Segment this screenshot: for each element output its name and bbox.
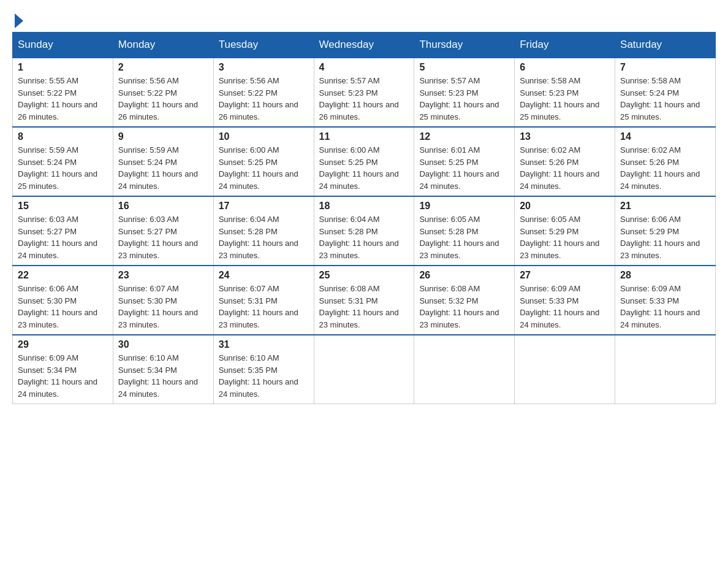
day-info: Sunrise: 5:56 AM Sunset: 5:22 PM Dayligh… [118, 75, 208, 123]
day-info: Sunrise: 6:04 AM Sunset: 5:28 PM Dayligh… [219, 213, 309, 261]
day-info: Sunrise: 6:04 AM Sunset: 5:28 PM Dayligh… [319, 213, 409, 261]
calendar-day-19: 19 Sunrise: 6:05 AM Sunset: 5:28 PM Dayl… [414, 196, 515, 266]
day-number: 13 [520, 131, 610, 142]
day-info: Sunrise: 5:58 AM Sunset: 5:24 PM Dayligh… [620, 75, 710, 123]
day-info: Sunrise: 6:10 AM Sunset: 5:35 PM Dayligh… [219, 352, 309, 400]
calendar-day-12: 12 Sunrise: 6:01 AM Sunset: 5:25 PM Dayl… [414, 127, 515, 196]
day-info: Sunrise: 6:09 AM Sunset: 5:34 PM Dayligh… [18, 352, 108, 400]
day-number: 16 [118, 201, 208, 212]
day-number: 30 [118, 339, 208, 350]
calendar-day-16: 16 Sunrise: 6:03 AM Sunset: 5:27 PM Dayl… [113, 196, 213, 266]
calendar-day-empty-4-6 [615, 335, 716, 404]
day-info: Sunrise: 6:00 AM Sunset: 5:25 PM Dayligh… [319, 144, 409, 192]
calendar-day-27: 27 Sunrise: 6:09 AM Sunset: 5:33 PM Dayl… [515, 266, 615, 335]
day-number: 2 [118, 62, 208, 73]
calendar-week-1: 1 Sunrise: 5:55 AM Sunset: 5:22 PM Dayli… [13, 58, 716, 127]
calendar-body: 1 Sunrise: 5:55 AM Sunset: 5:22 PM Dayli… [13, 58, 716, 404]
page-header [12, 12, 716, 26]
calendar-table: SundayMondayTuesdayWednesdayThursdayFrid… [12, 32, 716, 404]
day-info: Sunrise: 6:08 AM Sunset: 5:32 PM Dayligh… [419, 283, 509, 331]
weekday-header-tuesday: Tuesday [213, 33, 314, 58]
day-number: 31 [219, 339, 309, 350]
day-info: Sunrise: 6:07 AM Sunset: 5:30 PM Dayligh… [118, 283, 208, 331]
calendar-week-2: 8 Sunrise: 5:59 AM Sunset: 5:24 PM Dayli… [13, 127, 716, 196]
calendar-day-5: 5 Sunrise: 5:57 AM Sunset: 5:23 PM Dayli… [414, 58, 515, 127]
calendar-day-18: 18 Sunrise: 6:04 AM Sunset: 5:28 PM Dayl… [314, 196, 414, 266]
calendar-day-23: 23 Sunrise: 6:07 AM Sunset: 5:30 PM Dayl… [113, 266, 213, 335]
calendar-day-30: 30 Sunrise: 6:10 AM Sunset: 5:34 PM Dayl… [113, 335, 213, 404]
calendar-day-20: 20 Sunrise: 6:05 AM Sunset: 5:29 PM Dayl… [515, 196, 615, 266]
logo-arrow-icon [15, 13, 23, 28]
logo [12, 12, 23, 26]
weekday-header-monday: Monday [113, 33, 213, 58]
calendar-day-9: 9 Sunrise: 5:59 AM Sunset: 5:24 PM Dayli… [113, 127, 213, 196]
weekday-header-saturday: Saturday [615, 33, 716, 58]
day-info: Sunrise: 6:03 AM Sunset: 5:27 PM Dayligh… [18, 213, 108, 261]
day-info: Sunrise: 6:03 AM Sunset: 5:27 PM Dayligh… [118, 213, 208, 261]
day-info: Sunrise: 6:02 AM Sunset: 5:26 PM Dayligh… [620, 144, 710, 192]
day-info: Sunrise: 5:57 AM Sunset: 5:23 PM Dayligh… [319, 75, 409, 123]
calendar-day-3: 3 Sunrise: 5:56 AM Sunset: 5:22 PM Dayli… [213, 58, 314, 127]
logo-general-text [12, 12, 23, 28]
day-number: 20 [520, 201, 610, 212]
day-number: 23 [118, 270, 208, 281]
calendar-day-empty-4-4 [414, 335, 515, 404]
day-info: Sunrise: 6:06 AM Sunset: 5:29 PM Dayligh… [620, 213, 710, 261]
day-number: 8 [18, 131, 108, 142]
day-info: Sunrise: 5:59 AM Sunset: 5:24 PM Dayligh… [118, 144, 208, 192]
calendar-day-4: 4 Sunrise: 5:57 AM Sunset: 5:23 PM Dayli… [314, 58, 414, 127]
day-number: 7 [620, 62, 710, 73]
day-number: 4 [319, 62, 409, 73]
day-number: 28 [620, 270, 710, 281]
calendar-day-22: 22 Sunrise: 6:06 AM Sunset: 5:30 PM Dayl… [13, 266, 113, 335]
day-info: Sunrise: 6:09 AM Sunset: 5:33 PM Dayligh… [620, 283, 710, 331]
day-info: Sunrise: 6:01 AM Sunset: 5:25 PM Dayligh… [419, 144, 509, 192]
calendar-day-31: 31 Sunrise: 6:10 AM Sunset: 5:35 PM Dayl… [213, 335, 314, 404]
day-info: Sunrise: 6:02 AM Sunset: 5:26 PM Dayligh… [520, 144, 610, 192]
calendar-day-13: 13 Sunrise: 6:02 AM Sunset: 5:26 PM Dayl… [515, 127, 615, 196]
day-info: Sunrise: 6:08 AM Sunset: 5:31 PM Dayligh… [319, 283, 409, 331]
calendar-day-26: 26 Sunrise: 6:08 AM Sunset: 5:32 PM Dayl… [414, 266, 515, 335]
weekday-header-thursday: Thursday [414, 33, 515, 58]
day-number: 25 [319, 270, 409, 281]
day-info: Sunrise: 5:56 AM Sunset: 5:22 PM Dayligh… [219, 75, 309, 123]
day-number: 21 [620, 201, 710, 212]
calendar-day-28: 28 Sunrise: 6:09 AM Sunset: 5:33 PM Dayl… [615, 266, 716, 335]
day-number: 15 [18, 201, 108, 212]
day-number: 3 [219, 62, 309, 73]
calendar-day-empty-4-5 [515, 335, 615, 404]
calendar-day-2: 2 Sunrise: 5:56 AM Sunset: 5:22 PM Dayli… [113, 58, 213, 127]
day-number: 22 [18, 270, 108, 281]
calendar-day-6: 6 Sunrise: 5:58 AM Sunset: 5:23 PM Dayli… [515, 58, 615, 127]
day-number: 27 [520, 270, 610, 281]
calendar-day-25: 25 Sunrise: 6:08 AM Sunset: 5:31 PM Dayl… [314, 266, 414, 335]
calendar-header: SundayMondayTuesdayWednesdayThursdayFrid… [13, 33, 716, 58]
calendar-week-5: 29 Sunrise: 6:09 AM Sunset: 5:34 PM Dayl… [13, 335, 716, 404]
day-number: 24 [219, 270, 309, 281]
calendar-day-17: 17 Sunrise: 6:04 AM Sunset: 5:28 PM Dayl… [213, 196, 314, 266]
day-number: 6 [520, 62, 610, 73]
day-number: 10 [219, 131, 309, 142]
day-info: Sunrise: 6:07 AM Sunset: 5:31 PM Dayligh… [219, 283, 309, 331]
day-info: Sunrise: 5:58 AM Sunset: 5:23 PM Dayligh… [520, 75, 610, 123]
calendar-day-7: 7 Sunrise: 5:58 AM Sunset: 5:24 PM Dayli… [615, 58, 716, 127]
weekday-header-friday: Friday [515, 33, 615, 58]
day-info: Sunrise: 6:05 AM Sunset: 5:29 PM Dayligh… [520, 213, 610, 261]
calendar-day-24: 24 Sunrise: 6:07 AM Sunset: 5:31 PM Dayl… [213, 266, 314, 335]
weekday-header-row: SundayMondayTuesdayWednesdayThursdayFrid… [13, 33, 716, 58]
day-info: Sunrise: 6:10 AM Sunset: 5:34 PM Dayligh… [118, 352, 208, 400]
day-number: 18 [319, 201, 409, 212]
calendar-day-21: 21 Sunrise: 6:06 AM Sunset: 5:29 PM Dayl… [615, 196, 716, 266]
day-number: 29 [18, 339, 108, 350]
calendar-week-4: 22 Sunrise: 6:06 AM Sunset: 5:30 PM Dayl… [13, 266, 716, 335]
calendar-day-15: 15 Sunrise: 6:03 AM Sunset: 5:27 PM Dayl… [13, 196, 113, 266]
calendar-day-14: 14 Sunrise: 6:02 AM Sunset: 5:26 PM Dayl… [615, 127, 716, 196]
day-info: Sunrise: 6:05 AM Sunset: 5:28 PM Dayligh… [419, 213, 509, 261]
day-info: Sunrise: 6:00 AM Sunset: 5:25 PM Dayligh… [219, 144, 309, 192]
day-number: 9 [118, 131, 208, 142]
calendar-day-10: 10 Sunrise: 6:00 AM Sunset: 5:25 PM Dayl… [213, 127, 314, 196]
calendar-day-11: 11 Sunrise: 6:00 AM Sunset: 5:25 PM Dayl… [314, 127, 414, 196]
day-number: 26 [419, 270, 509, 281]
day-info: Sunrise: 6:06 AM Sunset: 5:30 PM Dayligh… [18, 283, 108, 331]
day-number: 12 [419, 131, 509, 142]
